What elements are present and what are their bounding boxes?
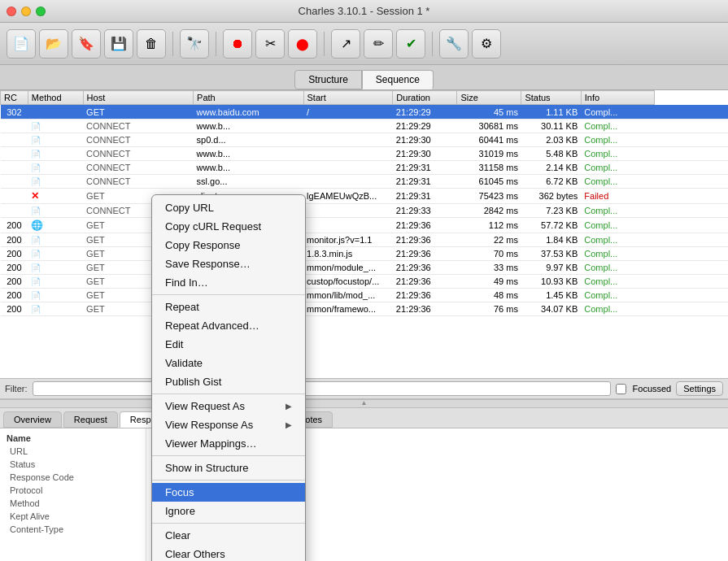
menu-item-save-response[interactable]: Save Response… [152,254,305,273]
cell-rc: 200 [1,261,28,275]
trash-button[interactable]: 🗑 [137,29,166,59]
menu-item-publish-gist[interactable]: Publish Gist [152,372,305,391]
table-row[interactable]: 200 📄 GET news.... custop/focustop/... 2… [1,275,729,289]
binoculars-button[interactable]: 🔭 [180,29,209,59]
cell-host: ssl.go... [194,175,303,189]
focussed-checkbox[interactable] [616,384,626,394]
table-row[interactable]: 📄 CONNECT www.b... 21:29:29 30681 ms 30.… [1,120,729,133]
menu-item-clear-others[interactable]: Clear Others [152,545,305,561]
menu-item-view-response-as[interactable]: View Response As▶ [152,415,305,434]
col-method: Method [28,91,83,105]
toolbar: 📄 📂 🔖 💾 🗑 🔭 ⏺ ✂ ⬤ ↗ ✏ ✔ 🔧 ⚙ [0,23,728,65]
menu-item-edit[interactable]: Edit [152,335,305,354]
menu-item-label: Copy URL [165,202,214,214]
request-table[interactable]: RC Method Host Path Start Duration Size … [0,90,728,378]
cell-duration: 75423 ms [457,189,521,204]
table-row[interactable]: 302 ⬅ GET www.baidu.com / 21:29:29 45 ms… [1,105,729,120]
tab-structure[interactable]: Structure [294,70,362,89]
left-panel-item[interactable]: Kept Alive [3,510,142,523]
table-row[interactable]: 200 📄 GET news.... mmon/framewo... 21:29… [1,302,729,316]
cell-status: Compl... [581,175,654,189]
cell-path [303,204,393,218]
menu-separator [152,480,305,481]
table-row[interactable]: 📄 CONNECT ssl.go... 21:29:31 61045 ms 6.… [1,175,729,189]
menu-separator [152,523,305,524]
panel-collapse-handle[interactable]: ▲ [0,400,728,408]
left-panel-item[interactable]: Content-Type [3,523,142,536]
table-row[interactable]: 📄 CONNECT sp0.d... 21:29:30 60441 ms 2.0… [1,133,729,147]
settings-filter-button[interactable]: Settings [676,381,723,396]
menu-item-copy-url[interactable]: Copy URL [152,198,305,217]
tab-request[interactable]: Request [63,411,118,428]
cell-path [303,175,393,189]
minimize-button[interactable] [21,7,31,16]
cell-method: CONNECT [83,161,193,175]
cell-path [303,147,393,161]
submenu-arrow-icon: ▶ [286,402,292,411]
favorites-button[interactable]: 🔖 [72,29,101,59]
menu-item-copy-curl-request[interactable]: Copy cURL Request [152,217,305,236]
cell-rc [1,120,28,133]
tools-button[interactable]: 🔧 [439,29,469,59]
maximize-button[interactable] [36,7,46,16]
table-row[interactable]: 200 📄 GET news.... mmon/lib/mod_... 21:2… [1,289,729,302]
menu-item-validate[interactable]: Validate [152,354,305,372]
table-row[interactable]: 📄 CONNECT sp1.ba... 21:29:33 2842 ms 7.2… [1,204,729,218]
table-row[interactable]: 200 📄 GET news.... 1.8.3.min.js 21:29:36… [1,247,729,261]
cell-path [303,133,393,147]
cell-rc [1,161,28,175]
menu-item-copy-response[interactable]: Copy Response [152,236,305,254]
save-button[interactable]: 💾 [104,29,133,59]
cell-path: mmon/lib/mod_... [303,289,393,302]
table-row[interactable]: 📄 CONNECT www.b... 21:29:31 31158 ms 2.1… [1,161,729,175]
share-button[interactable]: ↗ [331,29,360,59]
intercept-button[interactable]: ✂ [255,29,285,59]
cell-info [655,175,728,189]
cell-size: 57.72 KB [521,218,581,233]
menu-item-repeat[interactable]: Repeat [152,298,305,316]
cell-size: 7.23 KB [521,204,581,218]
table-row[interactable]: 200 📄 GET news.... mmon/module_... 21:29… [1,261,729,275]
pencil-button[interactable]: ✏ [364,29,393,59]
separator-2 [216,32,216,56]
cell-path: lgEAMEUwQzB... [303,189,393,204]
left-panel-item[interactable]: URL [3,445,142,458]
stop-button[interactable]: ⬤ [288,29,317,59]
cell-icon: 📄 [28,302,83,316]
context-menu: Copy URLCopy cURL RequestCopy ResponseSa… [151,194,306,561]
table-row[interactable]: 200 🌐 GET news.... 21:29:36 112 ms 57.72… [1,218,729,233]
cell-path: mmon/module_... [303,261,393,275]
menu-item-repeat-advanced[interactable]: Repeat Advanced… [152,316,305,335]
cell-size: 10.93 KB [521,275,581,289]
cell-size: 2.03 KB [521,133,581,147]
separator-1 [172,32,173,56]
menu-item-find-in[interactable]: Find In… [152,273,305,292]
menu-item-clear[interactable]: Clear [152,526,305,545]
cell-duration: 49 ms [457,275,521,289]
menu-item-focus[interactable]: Focus [152,483,305,502]
new-session-button[interactable]: 📄 [7,29,36,59]
filter-input[interactable] [33,381,611,396]
settings-button[interactable]: ⚙ [472,29,501,59]
cell-size: 37.53 KB [521,247,581,261]
table-row[interactable]: 200 📄 GET news.... monitor.js?v=1.1 21:2… [1,233,729,247]
record-button[interactable]: ⏺ [223,29,252,59]
tab-overview[interactable]: Overview [3,411,62,428]
table-row[interactable]: 📄 CONNECT www.b... 21:29:30 31019 ms 5.4… [1,147,729,161]
menu-item-show-in-structure[interactable]: Show in Structure [152,459,305,477]
left-panel-title: Name [3,432,142,445]
left-panel-item[interactable]: Protocol [3,484,142,497]
open-button[interactable]: 📂 [39,29,68,59]
menu-item-label: Viewer Mappings… [165,437,256,450]
left-panel-item[interactable]: Method [3,497,142,510]
check-button[interactable]: ✔ [396,29,425,59]
left-panel-item[interactable]: Response Code [3,471,142,484]
menu-item-ignore[interactable]: Ignore [152,502,305,520]
submenu-arrow-icon: ▶ [286,420,292,429]
menu-item-view-request-as[interactable]: View Request As▶ [152,397,305,415]
table-row[interactable]: ✕ GET clients... lgEAMEUwQzB... 21:29:31… [1,189,729,204]
left-panel-item[interactable]: Status [3,458,142,471]
tab-sequence[interactable]: Sequence [362,70,434,89]
menu-item-viewer-mappings[interactable]: Viewer Mappings… [152,434,305,453]
close-button[interactable] [7,7,16,16]
